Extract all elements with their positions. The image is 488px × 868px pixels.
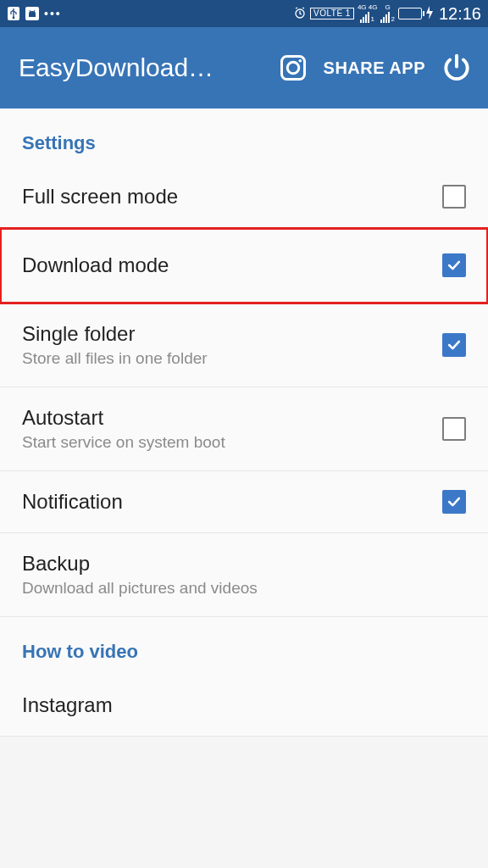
svg-point-8 (298, 59, 302, 63)
row-backup[interactable]: Backup Download all pictures and videos (0, 533, 488, 617)
signal-1-icon (360, 11, 369, 23)
row-title: Instagram (22, 693, 466, 717)
status-clock: 12:16 (439, 4, 481, 24)
app-title: EasyDownload… (19, 53, 263, 82)
row-subtitle: Start service on system boot (22, 433, 442, 452)
settings-header: Settings (0, 108, 488, 166)
instagram-action-icon[interactable] (278, 53, 308, 83)
row-autostart[interactable]: Autostart Start service on system boot (0, 387, 488, 471)
row-download-mode[interactable]: Download mode (0, 228, 488, 303)
row-title: Download mode (22, 253, 442, 277)
row-full-screen-mode[interactable]: Full screen mode (0, 166, 488, 228)
row-instagram[interactable]: Instagram (0, 675, 488, 737)
power-icon[interactable] (441, 52, 473, 84)
sim1-sub: 1 (370, 16, 374, 23)
row-subtitle: Store all files in one folder (22, 349, 442, 368)
settings-content: Settings Full screen mode Download mode … (0, 108, 488, 737)
more-icon: ••• (44, 7, 62, 20)
checkbox-download-mode[interactable] (442, 253, 466, 277)
row-single-folder[interactable]: Single folder Store all files in one fol… (0, 303, 488, 387)
alarm-icon (293, 6, 307, 22)
svg-point-1 (13, 17, 15, 19)
status-bar: ••• VOLTE 1 4G 4G 1 G 2 12:16 (0, 0, 488, 27)
sim2-sub: 2 (391, 16, 394, 23)
checkbox-autostart[interactable] (442, 417, 466, 441)
android-icon (25, 7, 39, 20)
row-title: Full screen mode (22, 185, 442, 209)
how-to-video-header: How to video (0, 617, 488, 675)
battery-icon (398, 8, 422, 19)
volte-badge: VOLTE 1 (310, 8, 354, 19)
net2-label: G (385, 4, 391, 11)
net1-label: 4G 4G (358, 4, 378, 11)
signal-2-icon (380, 11, 390, 23)
row-title: Backup (22, 552, 466, 576)
checkbox-full-screen[interactable] (442, 185, 466, 209)
charging-icon (425, 6, 434, 22)
row-notification[interactable]: Notification (0, 471, 488, 533)
row-title: Single folder (22, 322, 442, 346)
checkbox-notification[interactable] (442, 490, 466, 514)
row-title: Autostart (22, 406, 442, 430)
row-subtitle: Download all pictures and videos (22, 579, 466, 598)
usb-icon (7, 7, 20, 20)
status-left: ••• (7, 7, 62, 20)
app-bar: EasyDownload… SHARE APP (0, 27, 488, 108)
status-right: VOLTE 1 4G 4G 1 G 2 12:16 (293, 4, 481, 24)
checkbox-single-folder[interactable] (442, 333, 466, 357)
svg-point-7 (287, 62, 299, 74)
share-app-button[interactable]: SHARE APP (324, 58, 425, 78)
row-title: Notification (22, 490, 442, 514)
